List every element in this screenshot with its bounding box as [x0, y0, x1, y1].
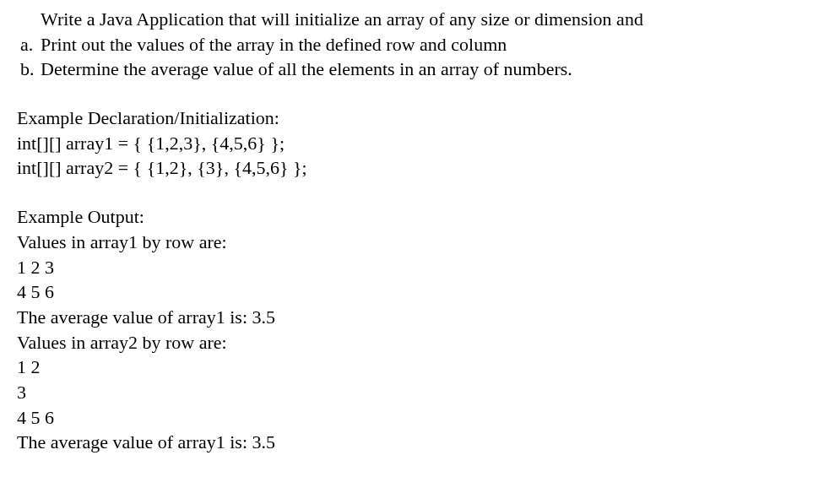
output-heading: Example Output: [17, 204, 823, 230]
requirement-text-a: Print out the values of the array in the… [41, 32, 823, 57]
problem-intro: Write a Java Application that will initi… [17, 7, 823, 32]
list-marker-b: b. [20, 57, 41, 82]
output-line: Values in array2 by row are: [17, 330, 823, 355]
output-line: 4 5 6 [17, 279, 823, 305]
requirement-item-a: a. Print out the values of the array in … [17, 32, 823, 57]
output-line: 3 [17, 380, 823, 405]
output-line: Values in array1 by row are: [17, 230, 823, 255]
requirement-text-b: Determine the average value of all the e… [41, 57, 823, 82]
output-line: The average value of array1 is: 3.5 [17, 430, 823, 455]
output-line: 1 2 3 [17, 255, 823, 280]
output-line: 1 2 [17, 355, 823, 380]
requirement-item-b: b. Determine the average value of all th… [17, 57, 823, 82]
declaration-line-2: int[][] array2 = { {1,2}, {3}, {4,5,6} }… [17, 155, 823, 181]
declaration-line-1: int[][] array1 = { {1,2,3}, {4,5,6} }; [17, 131, 823, 156]
output-line: The average value of array1 is: 3.5 [17, 305, 823, 330]
output-line: 4 5 6 [17, 405, 823, 431]
list-marker-a: a. [20, 32, 41, 57]
declaration-heading: Example Declaration/Initialization: [17, 106, 823, 131]
